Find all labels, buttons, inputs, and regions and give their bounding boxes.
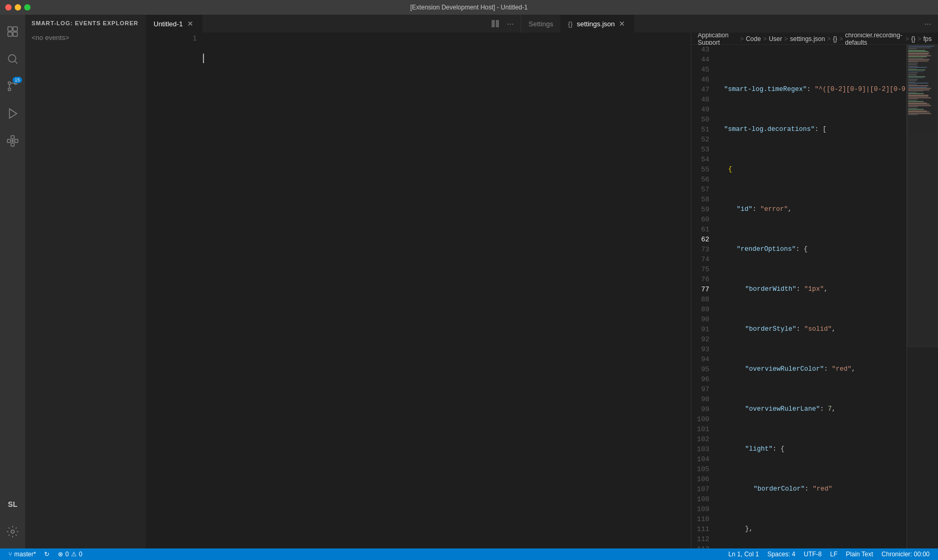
svg-point-6 <box>8 88 11 91</box>
json-line-53: "borderColor": "red" <box>716 484 906 494</box>
svg-marker-9 <box>9 109 17 118</box>
minimap-content <box>907 45 938 548</box>
tab-settings-json[interactable]: {} settings.json ✕ <box>560 15 634 33</box>
line-numbers-1: 1 <box>174 33 201 548</box>
minimap[interactable] <box>906 45 938 548</box>
line-numbers-2: 43 44 45 46 47 48 49 50 51 52 53 54 <box>691 45 713 548</box>
tab-settings-json-close[interactable]: ✕ <box>618 19 626 28</box>
no-events-label: <no events> <box>32 34 69 42</box>
status-right: Ln 1, Col 1 Spaces: 4 UTF-8 LF Plain Tex… <box>724 548 934 560</box>
json-line-51: "overviewRulerLane": 7, <box>716 404 906 414</box>
sync-icon: ↻ <box>44 551 49 558</box>
tab-settings-json-label: settings.json <box>577 20 615 28</box>
code-content-1[interactable] <box>201 33 691 548</box>
settings-json-code[interactable]: 43 44 45 46 47 48 49 50 51 52 53 54 <box>691 45 938 548</box>
editor-untitled-1[interactable]: 1 <box>146 33 691 548</box>
breadcrumb-code[interactable]: Code <box>746 35 761 43</box>
activity-bottom: SL <box>0 492 25 544</box>
tab-untitled-1-label: Untitled-1 <box>154 20 183 28</box>
status-line-col-label: Ln 1, Col 1 <box>728 551 759 558</box>
editor2-more-button[interactable]: ⋯ <box>921 17 934 30</box>
breadcrumb-user[interactable]: User <box>769 35 782 43</box>
tab-settings-label: Settings <box>528 20 553 28</box>
svg-rect-11 <box>15 139 18 142</box>
activity-source-control[interactable]: 15 <box>0 74 25 99</box>
activity-run[interactable] <box>0 101 25 126</box>
breadcrumb-settings-json[interactable]: settings.json <box>790 35 825 43</box>
tab-untitled-1-close[interactable]: ✕ <box>186 19 195 28</box>
svg-rect-0 <box>8 27 12 31</box>
more-actions-button[interactable]: ⋯ <box>504 17 516 30</box>
status-spaces[interactable]: Spaces: 4 <box>763 548 799 560</box>
maximize-button[interactable] <box>24 4 30 11</box>
breadcrumb-appsupport[interactable]: Application Support <box>698 33 738 46</box>
status-spaces-label: Spaces: 4 <box>767 551 795 558</box>
status-encoding-label: UTF-8 <box>804 551 822 558</box>
editor1-actions: ⋯ <box>489 15 521 33</box>
svg-rect-18 <box>496 20 499 27</box>
editor-settings-json: Application Support > Code > User > sett… <box>691 33 938 548</box>
json-line-50: "overviewRulerColor": "red", <box>716 364 906 374</box>
tab-settings[interactable]: Settings <box>521 15 560 33</box>
split-editor-button[interactable] <box>489 17 502 30</box>
status-error-count: 0 <box>65 551 69 558</box>
traffic-lights <box>5 4 30 11</box>
svg-rect-17 <box>492 20 495 27</box>
svg-rect-2 <box>8 32 12 36</box>
title-bar: [Extension Development Host] - Untitled-… <box>0 0 938 15</box>
window-title: [Extension Development Host] - Untitled-… <box>410 4 527 11</box>
app-container: 15 SL <box>0 15 938 560</box>
error-icon: ⊗ <box>58 551 63 558</box>
activity-smart-log[interactable]: SL <box>0 492 25 517</box>
status-warning-count: 0 <box>79 551 83 558</box>
status-sync[interactable]: ↻ <box>40 548 54 560</box>
status-branch[interactable]: ⑂ master* <box>4 548 40 560</box>
svg-rect-1 <box>13 27 17 31</box>
json-line-44: "smart-log.decorations": [ <box>716 125 906 135</box>
status-line-col[interactable]: Ln 1, Col 1 <box>724 548 763 560</box>
svg-rect-13 <box>11 143 14 146</box>
json-code-lines: "smart-log.timeRegex": "^([0-2][0-9]|[0-… <box>713 45 906 548</box>
json-line-46: "id": "error", <box>716 205 906 215</box>
json-line-48: "borderWidth": "1px", <box>716 284 906 294</box>
status-extension[interactable]: Chronicler: 00:00 <box>878 548 934 560</box>
body-area: 15 SL <box>0 15 938 548</box>
status-language-label: Plain Text <box>846 551 873 558</box>
svg-point-16 <box>11 530 14 533</box>
tab-settings-json-icon: {} <box>568 20 573 28</box>
source-control-badge: 15 <box>13 77 22 83</box>
status-language[interactable]: Plain Text <box>842 548 878 560</box>
close-button[interactable] <box>5 4 12 11</box>
activity-extensions[interactable] <box>0 128 25 154</box>
status-encoding[interactable]: UTF-8 <box>800 548 826 560</box>
breadcrumb-fps[interactable]: fps <box>923 35 932 43</box>
breadcrumb-obj1[interactable]: {} <box>833 35 837 43</box>
json-line-54: }, <box>716 524 906 534</box>
warning-icon: ⚠ <box>71 551 77 558</box>
tab-untitled-1[interactable]: Untitled-1 ✕ <box>146 15 202 33</box>
sidebar-content: <no events> <box>25 29 146 548</box>
sidebar: Smart-Log: Events Explorer <no events> <box>25 15 146 548</box>
code-line-1 <box>203 53 691 63</box>
breadcrumb-chronicler[interactable]: chronicler.recording-defaults <box>845 33 903 46</box>
status-errors[interactable]: ⊗ 0 ⚠ 0 <box>54 548 86 560</box>
activity-settings[interactable] <box>0 519 25 544</box>
json-line-47: "renderOptions": { <box>716 245 906 254</box>
minimap-lines <box>907 45 938 117</box>
json-line-45: { <box>716 165 906 175</box>
status-branch-label: master* <box>14 551 36 558</box>
json-line-52: "light": { <box>716 444 906 454</box>
svg-rect-10 <box>7 139 11 142</box>
breadcrumb-obj2[interactable]: {} <box>911 35 915 43</box>
status-extension-label: Chronicler: 00:00 <box>882 551 930 558</box>
activity-explorer[interactable] <box>0 19 25 44</box>
svg-line-5 <box>15 62 18 64</box>
editor2-actions: ⋯ <box>921 15 938 33</box>
svg-rect-3 <box>13 32 17 36</box>
minimize-button[interactable] <box>15 4 21 11</box>
activity-search[interactable] <box>0 46 25 72</box>
git-icon: ⑂ <box>8 551 12 558</box>
status-line-ending-label: LF <box>830 551 838 558</box>
json-line-49: "borderStyle": "solid", <box>716 324 906 334</box>
status-line-ending[interactable]: LF <box>826 548 842 560</box>
